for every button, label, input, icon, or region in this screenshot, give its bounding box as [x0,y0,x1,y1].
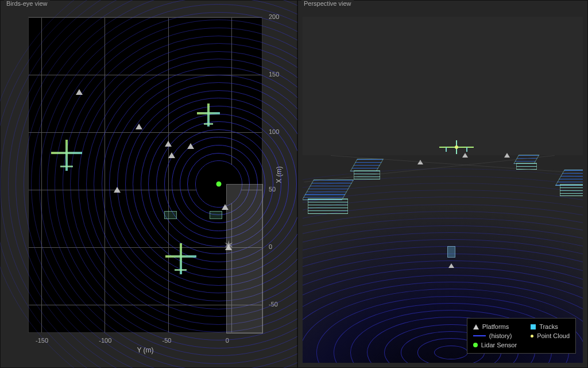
ground-guides [303,17,583,363]
birds-eye-title: Birds-eye view [4,0,50,7]
vehicle-box [164,211,177,219]
platform-marker [165,141,172,147]
perspective-title: Perspective view [301,0,354,7]
platform-marker [187,143,194,149]
lidar-sensor-marker [216,182,221,187]
platform-marker [114,187,121,193]
aircraft-icon [197,103,220,126]
legend: Platforms (history) Lidar Sensor Tracks … [467,318,576,354]
aircraft-icon [165,243,196,274]
birds-eye-plot[interactable]: Y (m) X (m) -150-100-500-50050100150200✶ [28,17,262,333]
perspective-plot[interactable]: Platforms (history) Lidar Sensor Tracks … [303,17,583,363]
legend-lidar: Lidar Sensor [481,342,517,348]
platform-marker [225,244,232,250]
app-root: Birds-eye view Y (m) X (m) -150-100-500-… [0,0,588,368]
pointcloud-dot-icon [531,335,533,338]
platform-marker [136,124,142,129]
legend-platforms: Platforms [482,323,509,330]
mask-region [226,184,263,334]
legend-pointcloud: Point Cloud [537,332,570,339]
platform-icon [473,324,479,329]
platform-marker [76,89,83,95]
birds-eye-panel: Birds-eye view Y (m) X (m) -150-100-500-… [0,0,297,368]
perspective-panel: Perspective view [297,0,588,368]
history-line-icon [473,335,486,336]
perspective-stage: Platforms (history) Lidar Sensor Tracks … [303,17,583,363]
vehicle-box [210,211,222,219]
platform-marker [168,152,175,158]
aircraft-icon [51,140,82,171]
tracks-square-icon [531,324,536,329]
lidar-dot-icon [473,343,478,347]
legend-history: (history) [489,332,512,339]
legend-tracks: Tracks [539,323,558,330]
platform-marker [222,204,229,210]
